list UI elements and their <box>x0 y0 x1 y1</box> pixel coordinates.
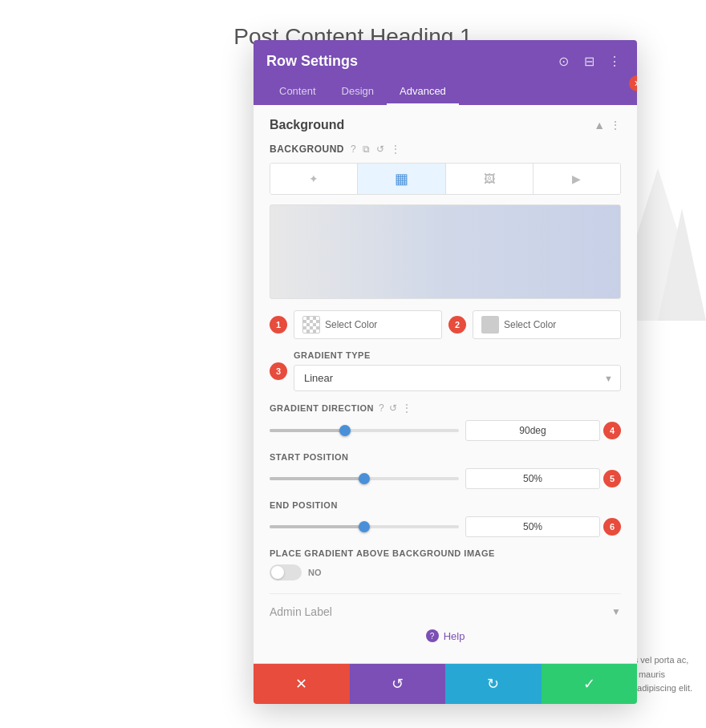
save-button[interactable]: ✓ <box>542 664 638 704</box>
gradient-direction-value-group: 4 <box>465 420 621 441</box>
toggle-row: Place Gradient Above Background Image NO <box>270 548 621 580</box>
end-position-label: End Position <box>270 500 338 510</box>
background-label-row: Background ? ⧉ ↺ ⋮ <box>270 144 621 155</box>
admin-label-section: Admin Label ▼ <box>270 593 621 618</box>
modal-body: Background ▲ ⋮ Background ? ⧉ ↺ ⋮ ✦ ▦ 🖼 <box>254 105 637 663</box>
color-stop-1-label: Select Color <box>325 319 377 330</box>
start-position-track[interactable] <box>270 477 459 480</box>
direction-help-icon[interactable]: ? <box>379 402 384 414</box>
help-row[interactable]: ? Help <box>270 618 621 650</box>
gradient-direction-track[interactable] <box>270 429 459 432</box>
end-position-value-group: 6 <box>465 516 621 537</box>
gradient-direction-controls: 4 <box>270 420 621 441</box>
end-position-input[interactable] <box>465 516 600 537</box>
bg-type-gradient[interactable]: ▦ <box>358 164 445 194</box>
section-header: Background ▲ ⋮ <box>270 118 621 132</box>
color-swatch-2 <box>481 316 499 334</box>
color-swatch-1 <box>302 316 320 334</box>
section-title: Background <box>270 118 344 132</box>
bg-type-none-icon: ✦ <box>309 172 319 185</box>
gradient-direction-fill <box>270 429 345 432</box>
bg-reset-icon[interactable]: ↺ <box>376 144 384 155</box>
end-position-track[interactable] <box>270 525 459 528</box>
direction-reset-icon[interactable]: ↺ <box>389 402 397 414</box>
end-position-thumb[interactable] <box>359 521 370 532</box>
end-position-fill <box>270 525 364 528</box>
toggle-value: NO <box>308 568 322 577</box>
color-stop-2[interactable]: Select Color <box>473 310 621 339</box>
toggle-switch[interactable]: NO <box>270 564 621 580</box>
bg-type-video-icon: ▶ <box>572 172 581 185</box>
start-position-fill <box>270 477 364 480</box>
color-stops-row: 1 Select Color 2 Select Color <box>270 310 621 339</box>
header-more-icon[interactable]: ⋮ <box>605 51 624 71</box>
gradient-direction-field: Gradient Direction ? ↺ ⋮ 4 <box>270 402 621 441</box>
gradient-direction-thumb[interactable] <box>339 425 351 436</box>
redo-button[interactable]: ↻ <box>445 664 542 704</box>
toggle-track[interactable] <box>270 564 302 580</box>
section-controls: ▲ ⋮ <box>594 119 621 131</box>
admin-label-title: Admin Label <box>270 605 332 618</box>
gradient-direction-input[interactable] <box>465 420 600 441</box>
annotation-6: 6 <box>603 518 621 536</box>
bg-type-gradient-icon: ▦ <box>395 170 408 188</box>
row-settings-modal: Row Settings ⊙ ⊟ ⋮ Content Design Advanc… <box>254 40 637 704</box>
start-position-input[interactable] <box>465 468 600 489</box>
start-position-label-row: Start Position <box>270 452 621 462</box>
annotation-2: 2 <box>448 316 466 334</box>
modal-tabs: Content Design Advanced <box>266 79 624 105</box>
bg-type-image-icon: 🖼 <box>484 172 495 185</box>
gradient-type-select-wrapper: Linear Radial ▼ <box>294 365 621 391</box>
header-eye-icon[interactable]: ⊙ <box>554 51 573 71</box>
help-label: Help <box>444 630 465 642</box>
gradient-direction-label-row: Gradient Direction ? ↺ ⋮ <box>270 402 621 414</box>
tab-content[interactable]: Content <box>266 79 329 105</box>
direction-more-icon[interactable]: ⋮ <box>402 402 412 414</box>
annotation-4: 4 <box>603 422 621 439</box>
header-icon-group: ⊙ ⊟ ⋮ <box>554 51 624 71</box>
annotation-3: 3 <box>270 362 287 380</box>
background-type-tabs: ✦ ▦ 🖼 ▶ <box>270 163 621 195</box>
gradient-type-field: Gradient Type Linear Radial ▼ <box>294 350 621 391</box>
section-more-icon[interactable]: ⋮ <box>610 119 621 131</box>
end-position-controls: 6 <box>270 516 621 537</box>
color-stop-2-label: Select Color <box>504 319 556 330</box>
toggle-knob <box>271 566 284 579</box>
gradient-preview <box>270 204 621 299</box>
admin-label-header[interactable]: Admin Label ▼ <box>270 605 621 618</box>
modal-header: Row Settings ⊙ ⊟ ⋮ Content Design Advanc… <box>254 40 637 105</box>
header-top: Row Settings ⊙ ⊟ ⋮ <box>266 51 624 71</box>
start-position-value-group: 5 <box>465 468 621 489</box>
reset-button[interactable]: ↺ <box>350 664 446 704</box>
modal-footer: ✕ ↺ ↻ ✓ <box>254 663 637 704</box>
gradient-type-row: 3 Gradient Type Linear Radial ▼ <box>270 350 621 391</box>
tab-advanced[interactable]: Advanced <box>387 79 459 105</box>
annotation-1: 1 <box>270 316 287 334</box>
background-label: Background <box>270 144 344 155</box>
bg-type-video[interactable]: ▶ <box>534 164 620 194</box>
modal-title: Row Settings <box>266 53 358 70</box>
gradient-type-select[interactable]: Linear Radial <box>294 365 621 391</box>
end-position-field: End Position 6 <box>270 500 621 537</box>
color-stop-1[interactable]: Select Color <box>294 310 442 339</box>
toggle-label: Place Gradient Above Background Image <box>270 548 621 558</box>
cancel-button[interactable]: ✕ <box>254 664 350 704</box>
help-question-icon: ? <box>426 629 439 642</box>
gradient-direction-label: Gradient Direction <box>270 403 374 413</box>
annotation-5: 5 <box>603 470 621 487</box>
start-position-controls: 5 <box>270 468 621 489</box>
gradient-type-label: Gradient Type <box>294 350 621 360</box>
bg-help-icon[interactable]: ? <box>351 144 356 155</box>
admin-label-chevron-icon: ▼ <box>611 606 621 617</box>
collapse-icon[interactable]: ▲ <box>594 119 605 131</box>
bg-type-none[interactable]: ✦ <box>270 164 358 194</box>
bg-more-icon[interactable]: ⋮ <box>391 144 400 155</box>
tab-design[interactable]: Design <box>329 79 387 105</box>
bg-type-image[interactable]: 🖼 <box>446 164 534 194</box>
start-position-label: Start Position <box>270 452 348 462</box>
start-position-field: Start Position 5 <box>270 452 621 489</box>
header-layout-icon[interactable]: ⊟ <box>579 51 598 71</box>
end-position-label-row: End Position <box>270 500 621 510</box>
start-position-thumb[interactable] <box>359 473 370 484</box>
bg-copy-icon[interactable]: ⧉ <box>363 144 370 155</box>
